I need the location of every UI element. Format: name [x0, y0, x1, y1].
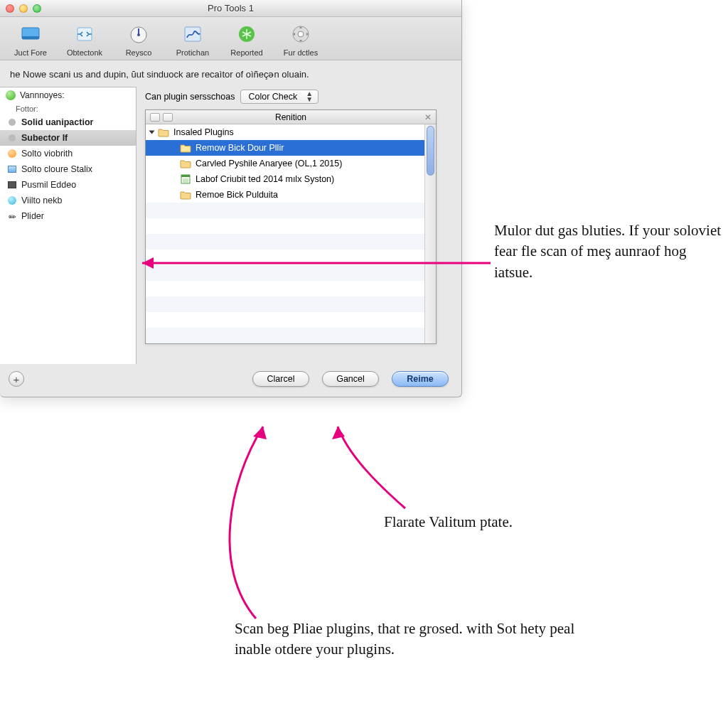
- tree-rows: Insaled PluginsRemow Bick Dour PllirCarv…: [146, 124, 424, 343]
- tree-body: Insaled PluginsRemow Bick Dour PllirCarv…: [146, 124, 436, 343]
- folder-icon: [180, 143, 191, 153]
- svg-point-4: [137, 33, 140, 36]
- scrollbar-thumb[interactable]: [427, 126, 434, 176]
- sidebar-item-solto-viobrith[interactable]: Solto viobrith: [0, 146, 136, 161]
- circle-teal-icon: [7, 196, 17, 205]
- sidebar-item-solto-cloure-stalix[interactable]: Solto cloure Stalix: [0, 161, 136, 177]
- sidebar-item-plider[interactable]: ✎Plider: [0, 208, 136, 224]
- toolbar-item-reysco[interactable]: Reysco: [118, 21, 159, 57]
- close-window-button[interactable]: [6, 4, 14, 13]
- tree-empty-row: [146, 281, 424, 296]
- tree-header: Renition ✕: [146, 110, 436, 124]
- tree-item-label: Remow Bick Dour Pllir: [196, 143, 284, 153]
- sidebar: Vannnoyes: Fottor: Solid uanipactiorSube…: [0, 87, 136, 364]
- disclosure-triangle-icon[interactable]: [149, 131, 155, 134]
- toolbar-label: Reysco: [126, 48, 152, 57]
- toolbar-item-fur-dctles[interactable]: Fur dctles: [280, 21, 321, 57]
- toolbar-label: Fur dctles: [284, 48, 318, 57]
- square-blue-icon: [7, 164, 17, 174]
- traffic-lights: [6, 4, 41, 13]
- tree-item[interactable]: Remow Bick Dour Pllir: [146, 140, 424, 156]
- settings-label: Can plugin sersschoas: [145, 92, 235, 102]
- toolbar-item-reported[interactable]: Reported: [226, 21, 267, 57]
- tree-empty-row: [146, 218, 424, 234]
- globe-icon: [6, 90, 16, 100]
- square-dark-icon: [7, 180, 17, 190]
- pencil-icon: ✎: [7, 211, 17, 221]
- tree-item-label: Remoe Bick Pulduita: [196, 190, 278, 200]
- annotation-2: Flarate Valitum ptate.: [384, 512, 626, 532]
- toolbar-label: Reported: [230, 48, 262, 57]
- tree-root[interactable]: Insaled Plugins: [146, 124, 424, 140]
- toolbar-item-juct-fore[interactable]: Juct Fore: [10, 21, 51, 57]
- tree-back-button[interactable]: [150, 113, 160, 122]
- sidebar-heading: Vannnoyes:: [0, 87, 136, 103]
- reime-button[interactable]: Reime: [392, 371, 449, 387]
- minimize-window-button[interactable]: [19, 4, 28, 13]
- right-panel: Can plugin sersschoas Color Check ▲▼ Ren…: [136, 87, 461, 364]
- annotation-3: Scan beg Pliae plugins, that re grosed. …: [235, 619, 590, 660]
- sidebar-item-subector-if[interactable]: Subector If: [0, 130, 136, 146]
- folder-icon: [180, 159, 191, 168]
- svg-point-8: [298, 31, 304, 37]
- tree-close-icon[interactable]: ✕: [424, 112, 432, 122]
- svg-marker-13: [253, 427, 267, 439]
- tree-title: Renition: [275, 112, 306, 122]
- sidebar-subheading: Fottor:: [0, 103, 136, 114]
- tree-item[interactable]: Labof Criubit ted 2014 mılx Syston): [146, 171, 424, 187]
- sidebar-item-viilto-nekb[interactable]: Viilto nekb: [0, 193, 136, 208]
- sidebar-item-label: Viilto nekb: [21, 196, 62, 205]
- circle-orange-icon: [7, 149, 17, 159]
- tree-item[interactable]: Remoe Bick Pulduita: [146, 187, 424, 203]
- tree-empty-row: [146, 328, 424, 343]
- sidebar-item-solid-uanipactior[interactable]: Solid uanipactior: [0, 114, 136, 130]
- bottom-bar: + Clarcel Gancel Reime: [0, 364, 461, 397]
- tree-item-label: Carvled Pyshile Anaryee (OL,1 2015): [196, 159, 342, 168]
- toolbar-label: Obtectonk: [67, 48, 102, 57]
- window-titlebar: Pro Tools 1: [0, 0, 461, 17]
- app-window: Pro Tools 1 Juct ForeObtectonkReyscoProt…: [0, 0, 462, 397]
- tree-empty-row: [146, 312, 424, 328]
- tree-empty-row: [146, 203, 424, 218]
- sidebar-item-label: Solto cloure Stalix: [21, 164, 92, 174]
- sidebar-item-label: Solid uanipactior: [21, 117, 93, 127]
- svg-rect-1: [22, 36, 39, 39]
- add-button[interactable]: +: [9, 371, 24, 387]
- svg-marker-12: [332, 427, 345, 439]
- sidebar-item-label: Solto viobrith: [21, 149, 73, 159]
- sidebar-item-label: Pusmil Eddeo: [21, 180, 76, 190]
- toolbar-item-protichan[interactable]: Protichan: [172, 21, 213, 57]
- annotation-1: Mulor dut gas bluties. If your soloviet …: [494, 220, 722, 283]
- toolbar: Juct ForeObtectonkReyscoProtichanReporte…: [0, 17, 461, 60]
- toolbar-item-obtectonk[interactable]: Obtectonk: [64, 21, 105, 57]
- tree-empty-row: [146, 265, 424, 281]
- dot-gray-icon: [7, 133, 17, 143]
- tree-empty-row: [146, 296, 424, 312]
- tree-scrollbar[interactable]: [424, 124, 436, 343]
- window-title: Pro Tools 1: [0, 3, 461, 14]
- select-arrows-icon: ▲▼: [306, 91, 312, 102]
- toolbar-icon: [18, 21, 43, 47]
- sidebar-item-label: Subector If: [21, 133, 68, 143]
- toolbar-icon: [126, 21, 151, 47]
- toolbar-label: Juct Fore: [14, 48, 47, 57]
- zoom-window-button[interactable]: [33, 4, 41, 13]
- gancel-button[interactable]: Gancel: [322, 371, 379, 387]
- sidebar-item-pusmil-eddeo[interactable]: Pusmil Eddeo: [0, 177, 136, 193]
- color-check-select[interactable]: Color Check ▲▼: [240, 90, 318, 104]
- clarcel-button[interactable]: Clarcel: [252, 371, 309, 387]
- toolbar-icon: [234, 21, 259, 47]
- folder-icon: [158, 127, 169, 137]
- tree-item-label: Labof Criubit ted 2014 mılx Syston): [196, 174, 334, 184]
- tree-header-nav: [150, 113, 173, 122]
- tree-root-label: Insaled Plugins: [173, 127, 234, 137]
- main-content: Vannnoyes: Fottor: Solid uanipactiorSube…: [0, 87, 461, 364]
- tree-item[interactable]: Carvled Pyshile Anaryee (OL,1 2015): [146, 156, 424, 171]
- tree-empty-row: [146, 234, 424, 250]
- svg-rect-10: [181, 175, 190, 177]
- dot-gray-icon: [7, 117, 17, 127]
- instruction-text: he Nowe scani us and dupin, ŭut sinduock…: [0, 60, 461, 87]
- toolbar-icon: [180, 21, 205, 47]
- tree-fwd-button[interactable]: [163, 113, 173, 122]
- sheet-icon: [180, 174, 191, 184]
